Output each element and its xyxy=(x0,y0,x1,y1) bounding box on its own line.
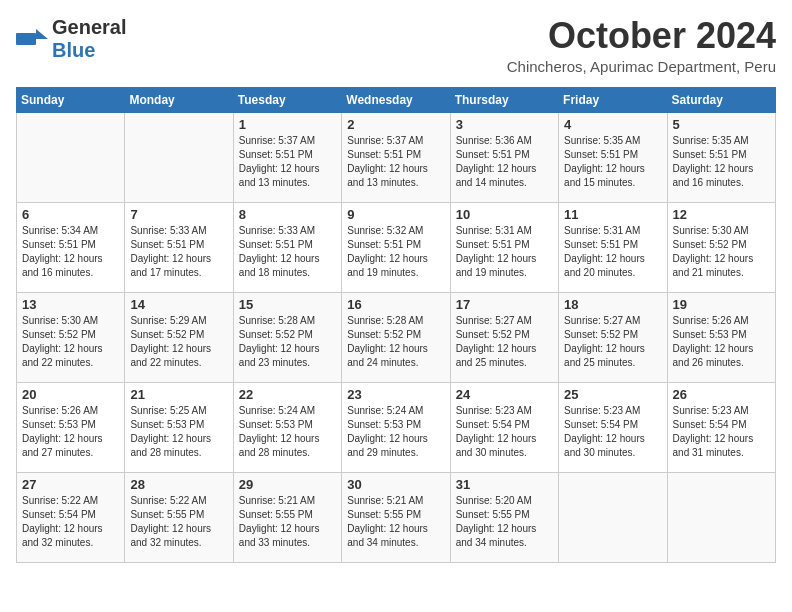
day-info: Sunrise: 5:31 AMSunset: 5:51 PMDaylight:… xyxy=(456,224,553,280)
day-cell: 11Sunrise: 5:31 AMSunset: 5:51 PMDayligh… xyxy=(559,202,667,292)
day-info: Sunrise: 5:27 AMSunset: 5:52 PMDaylight:… xyxy=(456,314,553,370)
day-cell: 17Sunrise: 5:27 AMSunset: 5:52 PMDayligh… xyxy=(450,292,558,382)
day-cell: 27Sunrise: 5:22 AMSunset: 5:54 PMDayligh… xyxy=(17,472,125,562)
header-tuesday: Tuesday xyxy=(233,87,341,112)
day-cell: 16Sunrise: 5:28 AMSunset: 5:52 PMDayligh… xyxy=(342,292,450,382)
day-info: Sunrise: 5:21 AMSunset: 5:55 PMDaylight:… xyxy=(239,494,336,550)
day-number: 23 xyxy=(347,387,444,402)
day-number: 31 xyxy=(456,477,553,492)
day-number: 2 xyxy=(347,117,444,132)
day-cell: 9Sunrise: 5:32 AMSunset: 5:51 PMDaylight… xyxy=(342,202,450,292)
day-number: 8 xyxy=(239,207,336,222)
day-number: 15 xyxy=(239,297,336,312)
calendar-table: SundayMondayTuesdayWednesdayThursdayFrid… xyxy=(16,87,776,563)
day-info: Sunrise: 5:23 AMSunset: 5:54 PMDaylight:… xyxy=(456,404,553,460)
day-info: Sunrise: 5:35 AMSunset: 5:51 PMDaylight:… xyxy=(564,134,661,190)
day-info: Sunrise: 5:26 AMSunset: 5:53 PMDaylight:… xyxy=(22,404,119,460)
svg-marker-1 xyxy=(36,29,48,39)
day-number: 4 xyxy=(564,117,661,132)
day-number: 18 xyxy=(564,297,661,312)
logo-general: General xyxy=(52,16,126,38)
day-info: Sunrise: 5:23 AMSunset: 5:54 PMDaylight:… xyxy=(673,404,770,460)
day-info: Sunrise: 5:27 AMSunset: 5:52 PMDaylight:… xyxy=(564,314,661,370)
day-info: Sunrise: 5:24 AMSunset: 5:53 PMDaylight:… xyxy=(239,404,336,460)
header-friday: Friday xyxy=(559,87,667,112)
day-number: 27 xyxy=(22,477,119,492)
day-cell: 3Sunrise: 5:36 AMSunset: 5:51 PMDaylight… xyxy=(450,112,558,202)
location-subtitle: Chincheros, Apurimac Department, Peru xyxy=(507,58,776,75)
header-sunday: Sunday xyxy=(17,87,125,112)
page-header: General Blue October 2024 Chincheros, Ap… xyxy=(16,16,776,75)
day-cell: 31Sunrise: 5:20 AMSunset: 5:55 PMDayligh… xyxy=(450,472,558,562)
day-info: Sunrise: 5:37 AMSunset: 5:51 PMDaylight:… xyxy=(347,134,444,190)
day-info: Sunrise: 5:34 AMSunset: 5:51 PMDaylight:… xyxy=(22,224,119,280)
day-number: 6 xyxy=(22,207,119,222)
day-number: 1 xyxy=(239,117,336,132)
day-info: Sunrise: 5:25 AMSunset: 5:53 PMDaylight:… xyxy=(130,404,227,460)
day-cell: 24Sunrise: 5:23 AMSunset: 5:54 PMDayligh… xyxy=(450,382,558,472)
day-cell: 10Sunrise: 5:31 AMSunset: 5:51 PMDayligh… xyxy=(450,202,558,292)
day-info: Sunrise: 5:31 AMSunset: 5:51 PMDaylight:… xyxy=(564,224,661,280)
day-number: 11 xyxy=(564,207,661,222)
day-cell: 8Sunrise: 5:33 AMSunset: 5:51 PMDaylight… xyxy=(233,202,341,292)
day-cell: 28Sunrise: 5:22 AMSunset: 5:55 PMDayligh… xyxy=(125,472,233,562)
day-cell: 4Sunrise: 5:35 AMSunset: 5:51 PMDaylight… xyxy=(559,112,667,202)
day-info: Sunrise: 5:20 AMSunset: 5:55 PMDaylight:… xyxy=(456,494,553,550)
day-info: Sunrise: 5:29 AMSunset: 5:52 PMDaylight:… xyxy=(130,314,227,370)
day-cell: 15Sunrise: 5:28 AMSunset: 5:52 PMDayligh… xyxy=(233,292,341,382)
day-cell: 22Sunrise: 5:24 AMSunset: 5:53 PMDayligh… xyxy=(233,382,341,472)
day-number: 10 xyxy=(456,207,553,222)
day-cell: 21Sunrise: 5:25 AMSunset: 5:53 PMDayligh… xyxy=(125,382,233,472)
logo: General Blue xyxy=(16,16,126,62)
header-row: SundayMondayTuesdayWednesdayThursdayFrid… xyxy=(17,87,776,112)
day-info: Sunrise: 5:24 AMSunset: 5:53 PMDaylight:… xyxy=(347,404,444,460)
day-number: 26 xyxy=(673,387,770,402)
day-number: 22 xyxy=(239,387,336,402)
day-cell: 23Sunrise: 5:24 AMSunset: 5:53 PMDayligh… xyxy=(342,382,450,472)
day-cell: 2Sunrise: 5:37 AMSunset: 5:51 PMDaylight… xyxy=(342,112,450,202)
day-cell: 20Sunrise: 5:26 AMSunset: 5:53 PMDayligh… xyxy=(17,382,125,472)
header-thursday: Thursday xyxy=(450,87,558,112)
week-row-4: 20Sunrise: 5:26 AMSunset: 5:53 PMDayligh… xyxy=(17,382,776,472)
day-cell: 14Sunrise: 5:29 AMSunset: 5:52 PMDayligh… xyxy=(125,292,233,382)
day-number: 28 xyxy=(130,477,227,492)
day-info: Sunrise: 5:26 AMSunset: 5:53 PMDaylight:… xyxy=(673,314,770,370)
day-cell xyxy=(17,112,125,202)
day-number: 12 xyxy=(673,207,770,222)
week-row-5: 27Sunrise: 5:22 AMSunset: 5:54 PMDayligh… xyxy=(17,472,776,562)
day-cell: 18Sunrise: 5:27 AMSunset: 5:52 PMDayligh… xyxy=(559,292,667,382)
week-row-3: 13Sunrise: 5:30 AMSunset: 5:52 PMDayligh… xyxy=(17,292,776,382)
day-cell: 1Sunrise: 5:37 AMSunset: 5:51 PMDaylight… xyxy=(233,112,341,202)
day-cell xyxy=(559,472,667,562)
day-info: Sunrise: 5:33 AMSunset: 5:51 PMDaylight:… xyxy=(130,224,227,280)
day-info: Sunrise: 5:30 AMSunset: 5:52 PMDaylight:… xyxy=(673,224,770,280)
day-info: Sunrise: 5:21 AMSunset: 5:55 PMDaylight:… xyxy=(347,494,444,550)
day-cell: 30Sunrise: 5:21 AMSunset: 5:55 PMDayligh… xyxy=(342,472,450,562)
day-number: 7 xyxy=(130,207,227,222)
day-info: Sunrise: 5:22 AMSunset: 5:54 PMDaylight:… xyxy=(22,494,119,550)
day-cell: 12Sunrise: 5:30 AMSunset: 5:52 PMDayligh… xyxy=(667,202,775,292)
logo-blue: Blue xyxy=(52,39,95,61)
day-cell: 5Sunrise: 5:35 AMSunset: 5:51 PMDaylight… xyxy=(667,112,775,202)
day-info: Sunrise: 5:30 AMSunset: 5:52 PMDaylight:… xyxy=(22,314,119,370)
day-number: 21 xyxy=(130,387,227,402)
day-info: Sunrise: 5:22 AMSunset: 5:55 PMDaylight:… xyxy=(130,494,227,550)
week-row-2: 6Sunrise: 5:34 AMSunset: 5:51 PMDaylight… xyxy=(17,202,776,292)
day-number: 17 xyxy=(456,297,553,312)
header-monday: Monday xyxy=(125,87,233,112)
day-info: Sunrise: 5:23 AMSunset: 5:54 PMDaylight:… xyxy=(564,404,661,460)
day-number: 16 xyxy=(347,297,444,312)
svg-rect-0 xyxy=(16,33,36,45)
day-number: 5 xyxy=(673,117,770,132)
day-info: Sunrise: 5:28 AMSunset: 5:52 PMDaylight:… xyxy=(347,314,444,370)
day-info: Sunrise: 5:37 AMSunset: 5:51 PMDaylight:… xyxy=(239,134,336,190)
day-cell: 25Sunrise: 5:23 AMSunset: 5:54 PMDayligh… xyxy=(559,382,667,472)
day-number: 3 xyxy=(456,117,553,132)
day-info: Sunrise: 5:28 AMSunset: 5:52 PMDaylight:… xyxy=(239,314,336,370)
day-info: Sunrise: 5:33 AMSunset: 5:51 PMDaylight:… xyxy=(239,224,336,280)
header-saturday: Saturday xyxy=(667,87,775,112)
day-cell: 13Sunrise: 5:30 AMSunset: 5:52 PMDayligh… xyxy=(17,292,125,382)
day-number: 13 xyxy=(22,297,119,312)
day-info: Sunrise: 5:32 AMSunset: 5:51 PMDaylight:… xyxy=(347,224,444,280)
day-cell: 19Sunrise: 5:26 AMSunset: 5:53 PMDayligh… xyxy=(667,292,775,382)
